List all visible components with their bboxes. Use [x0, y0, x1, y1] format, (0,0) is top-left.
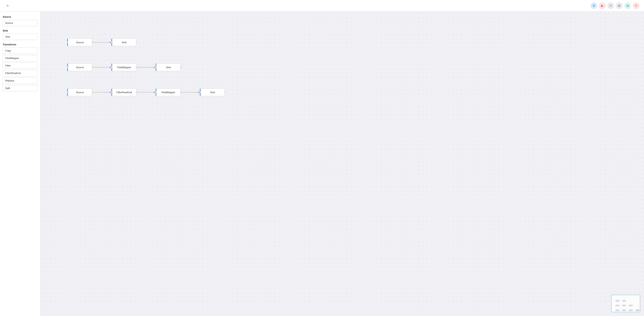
connector-left[interactable]	[111, 42, 113, 43]
sidebar-section-source: SourceSource	[3, 16, 38, 26]
sidebar-section-title: Sink	[3, 29, 38, 32]
minimap-node	[622, 310, 626, 311]
node-f3n4[interactable]: Sink	[200, 88, 225, 96]
sidebar-item-split[interactable]: Split	[3, 85, 38, 91]
connector-left[interactable]	[111, 66, 113, 68]
sidebar-section-title: Transforms	[3, 43, 38, 46]
sidebar-section-title: Source	[3, 16, 38, 18]
sidebar: SourceSourceSinkSinkTransformsCopyFieldM…	[0, 12, 40, 316]
connector-left[interactable]	[155, 92, 157, 93]
node-f3n2[interactable]: FilterRowKind	[112, 88, 136, 96]
connector-left[interactable]	[200, 92, 201, 93]
canvas[interactable]: SourceSinkSourceFieldMapperSinkSourceFil…	[40, 12, 644, 316]
connector-right[interactable]	[136, 66, 137, 68]
minimap-node	[616, 305, 620, 306]
main-layout: SourceSourceSinkSinkTransformsCopyFieldM…	[0, 12, 644, 316]
sidebar-item-copy[interactable]: Copy	[3, 48, 38, 54]
connector-left[interactable]	[67, 92, 68, 93]
header-actions: ⚙▶✂⊕⊞✕	[590, 2, 640, 9]
minimap-node	[616, 310, 620, 311]
sidebar-item-filterrowkind[interactable]: FilterRowKind	[3, 70, 38, 76]
minimap[interactable]	[611, 295, 640, 312]
connector-right[interactable]	[180, 92, 182, 93]
node-f3n3[interactable]: FieldMapper	[156, 88, 181, 96]
sidebar-item-fieldmapper[interactable]: FieldMapper	[3, 55, 38, 61]
header: ⧉ ⚙▶✂⊕⊞✕	[0, 0, 644, 12]
node-f1n1[interactable]: Source	[67, 38, 92, 46]
sidebar-item-filter[interactable]: Filter	[3, 62, 38, 69]
minimap-node	[616, 300, 620, 302]
node-f2n3[interactable]: Sink	[156, 64, 181, 71]
node-f1n2[interactable]: Sink	[112, 38, 136, 46]
connector-right[interactable]	[180, 66, 182, 68]
copy-title-icon[interactable]: ⧉	[6, 4, 8, 7]
connector-right[interactable]	[136, 42, 137, 43]
minimap-node	[622, 305, 626, 306]
connector-left[interactable]	[67, 66, 68, 68]
connector-right[interactable]	[92, 92, 93, 93]
header-left: ⧉	[4, 4, 8, 7]
connector-right[interactable]	[92, 42, 93, 43]
run-icon[interactable]: ▶	[599, 2, 606, 9]
connector-right[interactable]	[92, 66, 93, 68]
sidebar-section-transforms: TransformsCopyFieldMapperFilterFilterRow…	[3, 43, 38, 91]
sidebar-item-sink[interactable]: Sink	[3, 34, 38, 40]
minimap-node	[636, 310, 640, 311]
sidebar-item-replace[interactable]: Replace	[3, 78, 38, 84]
connector-left[interactable]	[67, 42, 68, 43]
connector-right[interactable]	[136, 92, 137, 93]
sidebar-item-source[interactable]: Source	[3, 20, 38, 26]
close-icon[interactable]: ✕	[633, 2, 640, 9]
sidebar-section-sink: SinkSink	[3, 29, 38, 40]
node-f2n2[interactable]: FieldMapper	[112, 64, 136, 71]
connector-right[interactable]	[224, 92, 226, 93]
pin-icon[interactable]: ⊕	[616, 2, 622, 9]
settings-icon[interactable]: ⚙	[590, 2, 597, 9]
node-f3n1[interactable]: Source	[67, 88, 92, 96]
minimap-node	[629, 305, 633, 306]
node-f2n1[interactable]: Source	[67, 64, 92, 71]
save-icon[interactable]: ⊞	[624, 2, 631, 9]
minimap-node	[622, 300, 626, 302]
minimap-node	[629, 310, 633, 311]
connector-left[interactable]	[111, 92, 113, 93]
connector-left[interactable]	[155, 66, 157, 68]
cut-icon[interactable]: ✂	[608, 2, 614, 9]
